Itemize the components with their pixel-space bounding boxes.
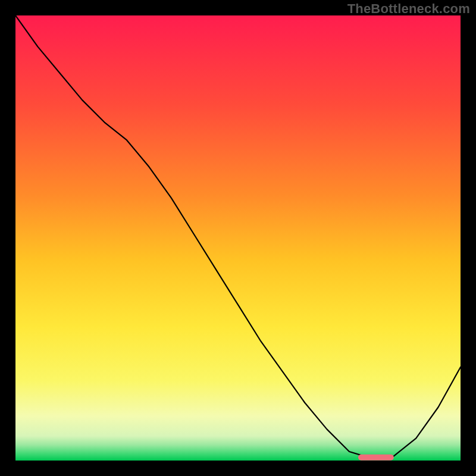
watermark-label: TheBottleneck.com bbox=[347, 1, 470, 17]
bottleneck-chart bbox=[15, 15, 461, 461]
chart-background bbox=[15, 15, 461, 461]
chart-stage: TheBottleneck.com bbox=[0, 0, 476, 476]
optimum-marker bbox=[358, 455, 394, 461]
plot-frame bbox=[15, 15, 461, 461]
